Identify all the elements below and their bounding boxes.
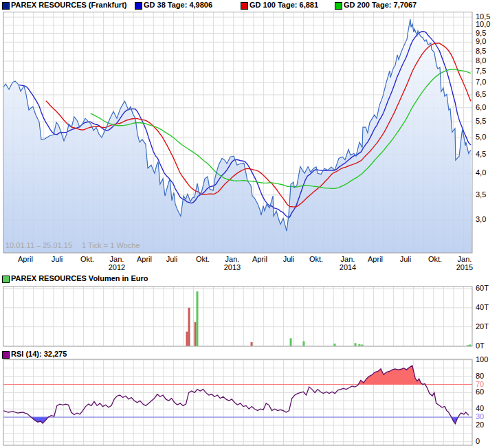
price-y-axis-label: 7,5 [476, 67, 486, 75]
rsi-y-axis-label: 0 [476, 437, 480, 445]
gd200-legend-label: GD 200 Tage: 7,7067 [344, 1, 417, 9]
price-y-axis-label: 8,5 [476, 47, 486, 55]
price-y-axis-label: 5,0 [476, 133, 486, 141]
gd38-legend-label: GD 38 Tage: 4,9806 [144, 1, 212, 9]
tick-note: 1 Tick = 1 Woche [82, 241, 140, 249]
rsi-y-axis-label: 100 [476, 355, 488, 363]
gd38-legend-icon [135, 2, 142, 10]
price-y-axis-label: 4,5 [476, 150, 486, 158]
price-y-axis-label: 3,5 [476, 190, 486, 199]
rsi-title: RSI (14): 32,275 [11, 350, 67, 358]
price-y-axis-label: 10,5 [476, 12, 490, 21]
rsi-legend-icon [2, 351, 10, 359]
volume-legend-icon [2, 276, 10, 283]
price-y-axis-label: 9,5 [476, 29, 486, 37]
price-y-axis-label: 9,0 [476, 37, 486, 45]
gd100-legend-icon [241, 2, 248, 10]
price-y-axis-label: 6,5 [476, 90, 486, 98]
price-y-axis-label: 6,0 [476, 103, 486, 111]
rsi-y-axis-label: 70 [476, 380, 484, 388]
volume-title: PAREX RESOURCES Volumen in Euro [11, 274, 148, 282]
title-marker-icon [2, 2, 10, 10]
volume-y-axis-label: 0T [476, 341, 485, 350]
price-y-axis-label: 4,0 [476, 168, 486, 177]
price-y-axis-label: 8,0 [476, 56, 486, 65]
price-y-axis-label: 10,0 [476, 20, 490, 28]
page-title: PAREX RESOURCES (Frankfurt) [11, 1, 126, 9]
price-y-axis-label: 3,0 [476, 215, 486, 223]
date-range: 10.01.11 – 25.01.15 [5, 241, 72, 249]
price-y-axis-label: 7,0 [476, 78, 486, 86]
rsi-y-axis-label: 60 [476, 388, 484, 396]
rsi-y-axis-label: 30 [476, 412, 484, 421]
price-x-axis-label: Jan.2015 [443, 255, 487, 271]
price-y-axis-label: 5,5 [476, 117, 486, 125]
rsi-y-axis-label: 40 [476, 404, 484, 412]
charts-canvas [0, 0, 499, 448]
date-range-note: 10.01.11 – 25.01.151 Tick = 1 Woche [5, 241, 140, 249]
stock-chart-widget: PAREX RESOURCES (Frankfurt) GD 38 Tage: … [0, 0, 499, 448]
volume-y-axis-label: 20T [476, 322, 489, 331]
rsi-y-axis-label: 20 [476, 421, 484, 429]
gd200-legend-icon [335, 2, 342, 10]
volume-y-axis-label: 40T [476, 303, 489, 311]
volume-y-axis-label: 60T [476, 284, 489, 292]
gd100-legend-label: GD 100 Tage: 6,881 [250, 1, 318, 9]
rsi-y-axis-label: 80 [476, 372, 484, 380]
